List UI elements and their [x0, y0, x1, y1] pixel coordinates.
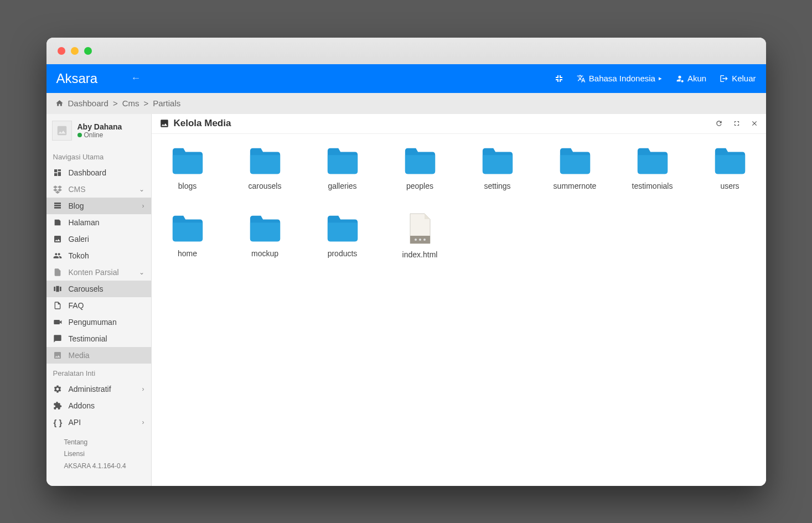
folder-icon	[325, 213, 360, 244]
document-icon	[53, 268, 63, 277]
svg-point-2	[419, 239, 421, 241]
close-window-button[interactable]	[58, 47, 65, 55]
sidebar-item-cms[interactable]: CMS ⌄	[46, 181, 151, 198]
brand: Aksara	[56, 71, 98, 86]
folder-icon	[325, 145, 360, 176]
chevron-right-icon: ▸	[659, 75, 662, 82]
sidebar-item-carousels[interactable]: Carousels	[46, 281, 151, 297]
folder-icon	[248, 213, 282, 244]
people-icon	[53, 251, 63, 260]
sidebar-item-api[interactable]: { } API ›	[46, 414, 151, 431]
crumb-cms[interactable]: Cms	[122, 99, 139, 108]
folder-item[interactable]: home	[163, 213, 213, 259]
footer-version: AKSARA 4.1.164-0.4	[64, 460, 144, 473]
folder-item[interactable]: peoples	[395, 145, 445, 190]
crumb-root[interactable]: Dashboard	[68, 99, 108, 108]
folder-item[interactable]: settings	[473, 145, 523, 190]
gallery-icon	[53, 235, 63, 244]
status-dot-icon	[77, 133, 82, 137]
page-icon	[53, 218, 63, 227]
media-icon	[53, 351, 63, 360]
translate-icon	[577, 74, 586, 83]
expand-button[interactable]	[733, 120, 741, 127]
item-label: users	[720, 182, 739, 190]
sidebar-item-media[interactable]: Media	[46, 347, 151, 364]
item-label: home	[178, 249, 197, 258]
chevron-down-icon: ⌄	[139, 185, 144, 193]
chat-icon	[53, 334, 63, 343]
folder-item[interactable]: products	[318, 213, 368, 259]
item-label: carousels	[249, 182, 282, 190]
logout-button[interactable]: Keluar	[720, 74, 756, 83]
sidebar-item-galeri[interactable]: Galeri	[46, 231, 151, 247]
item-label: testimonials	[632, 182, 673, 190]
sidebar-item-konten-parsial[interactable]: Konten Parsial ⌄	[46, 264, 151, 281]
sidebar-item-halaman[interactable]: Halaman	[46, 214, 151, 231]
crumb-partials[interactable]: Partials	[153, 99, 180, 108]
item-label: peoples	[406, 182, 433, 190]
chevron-right-icon: ›	[142, 385, 144, 393]
sidebar-item-blog[interactable]: Blog ›	[46, 198, 151, 214]
breadcrumb: Dashboard > Cms > Partials	[46, 93, 766, 114]
faq-icon	[53, 301, 63, 310]
sidebar: Aby Dahana Online Navigasi Utama Dashboa…	[46, 114, 152, 486]
item-label: blogs	[178, 182, 196, 190]
user-block[interactable]: Aby Dahana Online	[46, 114, 151, 147]
language-label: Bahasa Indonesia	[589, 74, 655, 83]
minimize-window-button[interactable]	[71, 47, 79, 55]
folder-item[interactable]: carousels	[240, 145, 290, 190]
refresh-button[interactable]	[715, 120, 723, 127]
folder-icon	[713, 145, 747, 176]
sidebar-item-faq[interactable]: FAQ	[46, 297, 151, 314]
folder-item[interactable]: users	[705, 145, 755, 190]
back-arrow-icon[interactable]: ←	[131, 73, 141, 84]
contract-icon	[555, 74, 563, 83]
home-icon[interactable]	[55, 99, 64, 107]
media-grid: blogscarouselsgalleriespeoplessettingssu…	[152, 134, 766, 270]
sidebar-item-testimonial[interactable]: Testimonial	[46, 330, 151, 347]
window: Aksara ← Bahasa Indonesia ▸ Akun	[46, 38, 766, 486]
nav-header-tools: Peralatan Inti	[46, 364, 151, 381]
fullscreen-toggle[interactable]	[555, 74, 563, 83]
maximize-window-button[interactable]	[84, 47, 92, 55]
sidebar-item-tokoh[interactable]: Tokoh	[46, 247, 151, 264]
folder-icon	[558, 145, 592, 176]
folder-item[interactable]: mockup	[240, 213, 290, 259]
dropbox-icon	[53, 185, 63, 194]
folder-item[interactable]: blogs	[163, 145, 213, 190]
file-item[interactable]: index.html	[395, 213, 445, 259]
folder-icon	[170, 213, 205, 244]
chevron-down-icon: ⌄	[139, 268, 144, 276]
item-label: mockup	[251, 249, 278, 258]
sidebar-item-pengumuman[interactable]: Pengumuman	[46, 314, 151, 330]
svg-point-1	[415, 239, 417, 241]
footer-license[interactable]: Lisensi	[64, 448, 144, 460]
page-title: Kelola Media	[174, 118, 231, 129]
user-status: Online	[77, 131, 122, 139]
megaphone-icon	[53, 318, 63, 327]
item-label: settings	[484, 182, 510, 190]
sidebar-item-dashboard[interactable]: Dashboard	[46, 164, 151, 181]
folder-item[interactable]: galleries	[318, 145, 368, 190]
blog-icon	[53, 201, 63, 210]
folder-item[interactable]: testimonials	[628, 145, 677, 190]
close-button[interactable]	[751, 120, 758, 127]
sidebar-item-addons[interactable]: Addons	[46, 397, 151, 414]
dashboard-icon	[53, 168, 63, 177]
sidebar-item-admin[interactable]: Administratif ›	[46, 381, 151, 397]
language-switcher[interactable]: Bahasa Indonesia ▸	[577, 74, 662, 83]
chevron-right-icon: ›	[142, 418, 144, 426]
item-label: summernote	[554, 182, 597, 190]
user-cog-icon	[675, 74, 684, 83]
footer-about[interactable]: Tentang	[64, 437, 144, 449]
folder-item[interactable]: summernote	[550, 145, 600, 190]
chevron-right-icon: ›	[142, 202, 144, 210]
content-header: Kelola Media	[152, 114, 766, 134]
logout-icon	[720, 74, 728, 83]
logout-label: Keluar	[732, 74, 756, 83]
nav-header-main: Navigasi Utama	[46, 147, 151, 164]
titlebar	[46, 38, 766, 64]
account-menu[interactable]: Akun	[675, 74, 706, 83]
app-header: Aksara ← Bahasa Indonesia ▸ Akun	[46, 64, 766, 93]
folder-icon	[170, 145, 205, 176]
